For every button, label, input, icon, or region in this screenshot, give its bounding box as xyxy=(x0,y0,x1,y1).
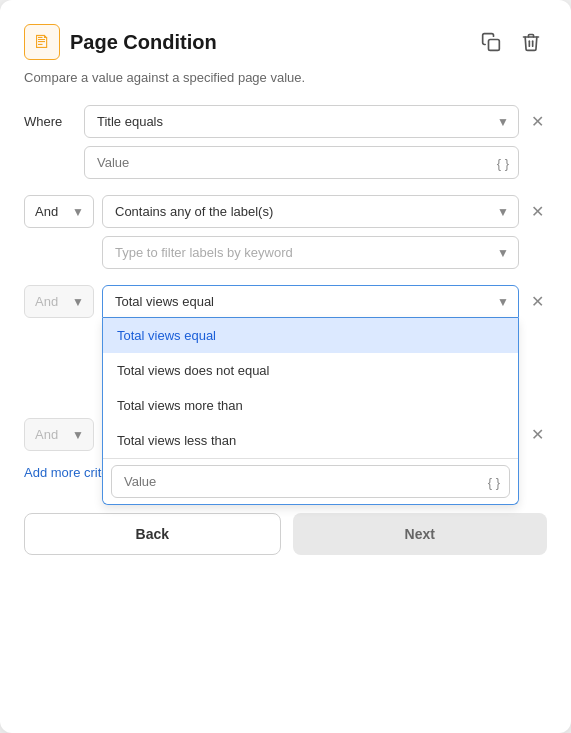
value3-container: { } xyxy=(103,458,518,504)
total-views-select[interactable]: Total views equal Total views does not e… xyxy=(102,285,519,318)
label-condition-wrap: Contains any of the label(s) Contains al… xyxy=(102,195,519,228)
value3-input[interactable] xyxy=(111,465,510,498)
value1-wrap: { } xyxy=(84,146,519,179)
value1-input[interactable] xyxy=(84,146,519,179)
dropdown-item-more-than[interactable]: Total views more than xyxy=(103,388,518,423)
delete-button[interactable] xyxy=(515,26,547,58)
header: 🖹 Page Condition xyxy=(24,24,547,60)
total-views-dropdown: Total views equal Total views does not e… xyxy=(102,318,519,505)
page-icon: 🖹 xyxy=(24,24,60,60)
value3-wrap: { } xyxy=(111,465,510,498)
total-views-select-wrap: Total views equal Total views does not e… xyxy=(102,285,519,318)
and2-wrap: And Or ▼ xyxy=(24,195,94,228)
title-equals-wrap: Title equals Title does not equal Title … xyxy=(84,105,519,138)
row1-close-button[interactable]: ✕ xyxy=(527,105,547,131)
dropdown-item-less-than[interactable]: Total views less than xyxy=(103,423,518,458)
subtitle: Compare a value against a specified page… xyxy=(24,70,547,85)
row-where: Where Title equals Title does not equal … xyxy=(24,105,547,179)
header-left: 🖹 Page Condition xyxy=(24,24,217,60)
title-condition-select[interactable]: Title equals Title does not equal Title … xyxy=(84,105,519,138)
and2-select[interactable]: And Or xyxy=(24,195,94,228)
dropdown-item-not-equal[interactable]: Total views does not equal xyxy=(103,353,518,388)
label-condition-select[interactable]: Contains any of the label(s) Contains al… xyxy=(102,195,519,228)
back-button[interactable]: Back xyxy=(24,513,281,555)
and4-wrap: And ▼ xyxy=(24,418,94,451)
trash-icon xyxy=(521,32,541,52)
row2-fields: Contains any of the label(s) Contains al… xyxy=(102,195,519,269)
copy-icon xyxy=(481,32,501,52)
row3-fields: Total views equal Total views does not e… xyxy=(102,285,519,318)
header-icons xyxy=(475,26,547,58)
filter-labels-wrap: Type to filter labels by keyword ▼ xyxy=(102,236,519,269)
and3-wrap: And ▼ xyxy=(24,285,94,318)
dropdown-item-equal[interactable]: Total views equal xyxy=(103,318,518,353)
and4-select[interactable]: And xyxy=(24,418,94,451)
row4-close-button[interactable]: ✕ xyxy=(527,418,547,444)
copy-button[interactable] xyxy=(475,26,507,58)
row2-close-button[interactable]: ✕ xyxy=(527,195,547,221)
next-button[interactable]: Next xyxy=(293,513,548,555)
row1-fields: Title equals Title does not equal Title … xyxy=(84,105,519,179)
and3-select[interactable]: And xyxy=(24,285,94,318)
page-title: Page Condition xyxy=(70,31,217,54)
page-condition-card: 🖹 Page Condition Compare a value against… xyxy=(0,0,571,733)
row3-close-button[interactable]: ✕ xyxy=(527,285,547,311)
row-total-views: And ▼ Total views equal Total views does… xyxy=(24,285,547,318)
svg-rect-0 xyxy=(489,40,500,51)
where-label: Where xyxy=(24,105,76,129)
row-and-label: And Or ▼ Contains any of the label(s) Co… xyxy=(24,195,547,269)
footer: Back Next xyxy=(24,513,547,555)
filter-labels-input[interactable]: Type to filter labels by keyword xyxy=(102,236,519,269)
